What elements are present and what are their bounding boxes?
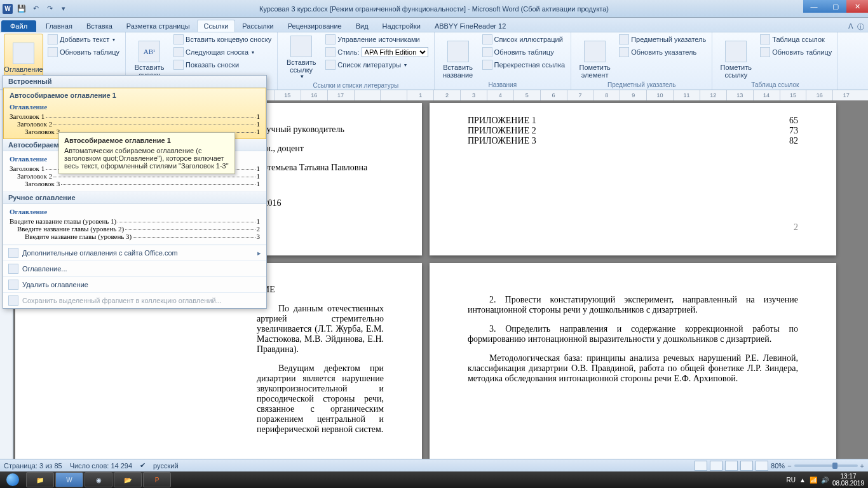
tray-network-icon[interactable]: 📶 bbox=[810, 477, 817, 484]
show-notes-button[interactable]: Показать сноски bbox=[172, 59, 273, 71]
doc-text: Научный руководитель bbox=[257, 125, 384, 135]
insert-index-button[interactable]: Предметный указатель bbox=[617, 34, 708, 45]
endnote-icon bbox=[173, 34, 184, 44]
tray-clock[interactable]: 13:17 08.08.2019 bbox=[832, 473, 864, 487]
mark-citation-button[interactable]: Пометить ссылку bbox=[716, 34, 756, 81]
task-word[interactable]: W bbox=[55, 472, 83, 487]
file-tab[interactable]: Файл bbox=[1, 20, 36, 32]
tab-addins[interactable]: Надстройки bbox=[376, 20, 428, 32]
show-notes-icon bbox=[173, 60, 184, 70]
cross-reference-button[interactable]: Перекрестная ссылка bbox=[480, 59, 567, 71]
gallery-section-manual: Ручное оглавление bbox=[3, 192, 266, 204]
doc-heading: НИЕ bbox=[257, 285, 384, 295]
update-index-button[interactable]: Обновить указатель bbox=[617, 46, 708, 58]
citation-style[interactable]: Стиль: APA Fifth Edition bbox=[323, 46, 430, 58]
group-index: Пометить элемент Предметный указатель Об… bbox=[571, 32, 712, 90]
zoom-in-button[interactable]: + bbox=[860, 462, 864, 470]
gallery-item-manual[interactable]: Оглавление Введите название главы (урове… bbox=[3, 204, 266, 245]
status-language[interactable]: русский bbox=[153, 462, 178, 470]
table-of-figures-button[interactable]: Список иллюстраций bbox=[480, 34, 567, 45]
mark-entry-button[interactable]: Пометить элемент bbox=[575, 34, 614, 81]
update-toc-button[interactable]: Обновить таблицу bbox=[46, 46, 121, 58]
style-select[interactable]: APA Fifth Edition bbox=[362, 47, 428, 57]
undo-icon[interactable]: ↶ bbox=[29, 3, 42, 15]
tray-volume-icon[interactable]: 🔊 bbox=[821, 477, 829, 484]
tab-insert[interactable]: Вставка bbox=[79, 20, 119, 32]
toc-label: Оглавление bbox=[4, 65, 43, 73]
zoom-out-button[interactable]: − bbox=[787, 462, 791, 470]
doc-text: 3. Определить направления и содержание к… bbox=[468, 324, 798, 344]
insert-footnote-button[interactable]: AB¹ Вставить сноску bbox=[130, 34, 169, 81]
zoom-value[interactable]: 80% bbox=[771, 462, 785, 470]
status-words[interactable]: Число слов: 14 294 bbox=[70, 462, 132, 470]
group-captions: Вставить название Список иллюстраций Обн… bbox=[435, 32, 572, 90]
update-figures-button[interactable]: Обновить таблицу bbox=[480, 46, 567, 58]
maximize-button[interactable]: ▢ bbox=[825, 0, 846, 13]
tab-view[interactable]: Вид bbox=[349, 20, 376, 32]
gallery-save-selection: Сохранить выделенный фрагмент в коллекци… bbox=[3, 292, 266, 308]
view-outline-icon[interactable] bbox=[740, 461, 753, 471]
toc-button[interactable]: Оглавление▼ bbox=[4, 34, 43, 81]
view-fullscreen-icon[interactable] bbox=[710, 461, 722, 471]
task-powerpoint[interactable]: P bbox=[143, 472, 171, 487]
gallery-remove-toc[interactable]: Удалить оглавление bbox=[3, 276, 266, 292]
tray-flag-icon[interactable]: ▲ bbox=[799, 477, 806, 484]
gallery-item-auto1[interactable]: Автособираемое оглавление 1 Оглавление З… bbox=[3, 88, 266, 139]
update-toa-button[interactable]: Обновить таблицу bbox=[758, 46, 834, 58]
help-icon[interactable]: ⓘ bbox=[857, 22, 864, 32]
tab-references[interactable]: Ссылки bbox=[197, 20, 236, 32]
save-icon[interactable]: 💾 bbox=[15, 3, 28, 15]
task-explorer[interactable]: 📁 bbox=[26, 472, 54, 487]
qat-customize-icon[interactable]: ▾ bbox=[57, 3, 70, 15]
zoom-slider[interactable] bbox=[794, 464, 858, 467]
view-print-layout-icon[interactable] bbox=[695, 461, 707, 471]
start-button[interactable] bbox=[0, 471, 25, 488]
windows-orb-icon bbox=[6, 473, 19, 486]
word-app-icon: W bbox=[3, 4, 13, 14]
page-2[interactable]: ПРИЛОЖЕНИЕ 165 ПРИЛОЖЕНИЕ 273 ПРИЛОЖЕНИЕ… bbox=[430, 103, 836, 255]
mark-citation-icon bbox=[725, 41, 747, 62]
toc-icon bbox=[13, 43, 34, 64]
ribbon-minimize-icon[interactable]: ᐱ bbox=[848, 22, 853, 32]
tab-abbyy[interactable]: ABBYY FineReader 12 bbox=[428, 20, 513, 32]
gallery-custom-toc[interactable]: Оглавление... bbox=[3, 261, 266, 276]
redo-icon[interactable]: ↷ bbox=[43, 3, 56, 15]
insert-endnote-button[interactable]: Вставить концевую сноску bbox=[172, 34, 273, 45]
group-citations: Вставить ссылку▼ Управление источниками … bbox=[278, 32, 434, 90]
gallery-item-title: Автособираемое оглавление 1 bbox=[10, 92, 260, 99]
view-draft-icon[interactable] bbox=[756, 461, 768, 471]
toc-custom-icon bbox=[8, 264, 18, 274]
doc-text: Артемьева Татьяна Павловна bbox=[257, 163, 384, 173]
insert-citation-button[interactable]: Вставить ссылку▼ bbox=[281, 34, 321, 81]
tab-layout[interactable]: Разметка страницы bbox=[119, 20, 197, 32]
task-chrome[interactable]: ◉ bbox=[85, 472, 112, 487]
minimize-button[interactable]: — bbox=[803, 0, 825, 13]
tray-lang[interactable]: RU bbox=[787, 477, 796, 484]
citation-icon bbox=[290, 36, 312, 57]
tab-mailings[interactable]: Рассылки bbox=[235, 20, 280, 32]
view-web-icon[interactable] bbox=[725, 461, 738, 471]
tab-home[interactable]: Главная bbox=[39, 20, 79, 32]
next-footnote-button[interactable]: Следующая сноска▾ bbox=[172, 46, 273, 58]
status-page[interactable]: Страница: 3 из 85 bbox=[4, 462, 62, 470]
bibliography-button[interactable]: Список литературы▾ bbox=[323, 59, 430, 71]
add-text-icon bbox=[48, 34, 58, 44]
add-text-button[interactable]: Добавить текст▾ bbox=[46, 34, 121, 45]
close-button[interactable]: ✕ bbox=[846, 0, 868, 13]
caption-icon bbox=[447, 41, 469, 62]
insert-toa-button[interactable]: Таблица ссылок bbox=[758, 34, 834, 45]
toc-entry: ПРИЛОЖЕНИЕ 273 bbox=[468, 126, 798, 136]
task-folder[interactable]: 📂 bbox=[114, 472, 142, 487]
tab-review[interactable]: Рецензирование bbox=[281, 20, 349, 32]
group-toa: Пометить ссылку Таблица ссылок Обновить … bbox=[712, 32, 838, 90]
toc-entry: ПРИЛОЖЕНИЕ 165 bbox=[468, 116, 798, 126]
insert-caption-button[interactable]: Вставить название bbox=[438, 34, 478, 81]
zoom-thumb[interactable] bbox=[832, 463, 837, 469]
update-figures-icon bbox=[482, 47, 492, 57]
manage-sources-button[interactable]: Управление источниками bbox=[323, 34, 430, 45]
page-4[interactable]: 2. Провести констатирующий эксперимент, … bbox=[430, 263, 836, 459]
gallery-preview-heading: Оглавление bbox=[10, 208, 260, 215]
gallery-more-office[interactable]: Дополнительные оглавления с сайта Office… bbox=[3, 245, 266, 261]
tooltip: Автособираемое оглавление 1 Автоматическ… bbox=[58, 132, 235, 174]
proofing-icon[interactable]: ✔ bbox=[140, 461, 146, 470]
